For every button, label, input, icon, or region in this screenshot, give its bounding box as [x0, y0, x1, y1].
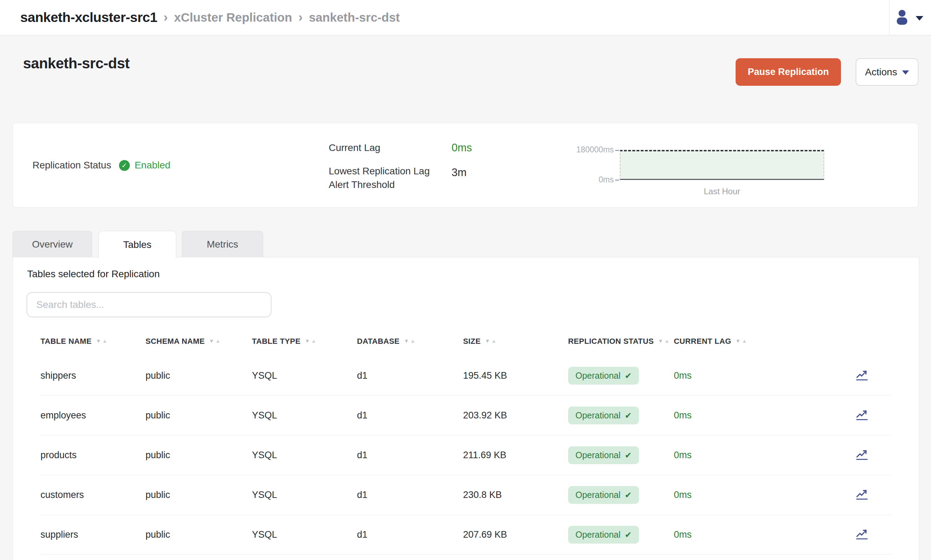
check-circle-icon: ✓	[119, 160, 130, 171]
replication-status-card: Replication Status ✓ Enabled Current Lag…	[12, 123, 919, 208]
status-badge-label: Operational	[575, 530, 620, 540]
column-header-replication-status[interactable]: REPLICATION STATUS ▼▲	[568, 337, 674, 346]
replication-status-value: Enabled	[135, 160, 171, 171]
status-badge: Operational ✔	[568, 367, 639, 385]
status-badge: Operational ✔	[568, 486, 639, 504]
lag-threshold-value: 3m	[452, 166, 467, 179]
column-header-label: REPLICATION STATUS	[568, 337, 654, 346]
cell-size: 211.69 KB	[463, 450, 568, 461]
check-icon: ✔	[624, 490, 632, 500]
column-header-schema-name[interactable]: SCHEMA NAME ▼▲	[145, 337, 252, 346]
column-header-label: TABLE TYPE	[252, 337, 301, 346]
tables-panel: Tables selected for Replication TABLE NA…	[12, 257, 919, 560]
column-header-label: SCHEMA NAME	[145, 337, 205, 346]
column-header-table-name[interactable]: TABLE NAME ▼▲	[40, 337, 145, 346]
column-header-label: CURRENT LAG	[674, 337, 731, 346]
cell-schema-name: public	[145, 489, 252, 500]
column-header-size[interactable]: SIZE ▼▲	[463, 337, 568, 346]
trend-chart-icon	[855, 408, 869, 422]
cell-database: d1	[357, 489, 463, 500]
trend-chart-icon	[855, 488, 869, 501]
column-header-label: DATABASE	[357, 337, 399, 346]
sort-icon: ▼▲	[96, 338, 108, 343]
replication-tables-table: TABLE NAME ▼▲ SCHEMA NAME ▼▲ TABLE TYPE …	[40, 326, 891, 555]
status-badge-label: Operational	[575, 490, 620, 500]
cell-database: d1	[357, 450, 463, 461]
cell-table-name: shippers	[40, 370, 145, 381]
lag-chart-button[interactable]	[854, 407, 870, 423]
sort-icon: ▼▲	[305, 338, 316, 343]
sort-icon: ▼▲	[404, 338, 416, 343]
breadcrumb-separator: ›	[163, 10, 168, 25]
cell-size: 207.69 KB	[463, 529, 568, 540]
cell-schema-name: public	[145, 529, 252, 540]
breadcrumb-section-link[interactable]: xCluster Replication	[174, 11, 292, 25]
tab-metrics[interactable]: Metrics	[182, 231, 263, 257]
check-icon: ✔	[624, 371, 632, 381]
trend-chart-icon	[855, 369, 869, 382]
breadcrumb: sanketh-xcluster-src1 › xCluster Replica…	[20, 0, 400, 35]
table-row: suppliers public YSQL d1 207.69 KB Opera…	[40, 515, 891, 555]
status-badge-label: Operational	[575, 371, 620, 381]
lag-chart-ymax-label: 180000ms	[576, 145, 614, 154]
breadcrumb-separator: ›	[298, 10, 302, 25]
column-header-label: SIZE	[463, 337, 481, 346]
lag-chart-button[interactable]	[854, 526, 870, 542]
table-row: customers public YSQL d1 230.8 KB Operat…	[40, 475, 891, 515]
cell-table-name: products	[40, 450, 145, 461]
cell-actions	[854, 486, 891, 503]
cell-table-type: YSQL	[252, 370, 357, 381]
check-icon: ✔	[624, 451, 632, 460]
user-icon	[894, 9, 910, 26]
search-tables-input[interactable]	[26, 292, 271, 317]
breadcrumb-cluster-link[interactable]: sanketh-xcluster-src1	[20, 10, 157, 25]
tab-overview[interactable]: Overview	[12, 231, 92, 257]
cell-current-lag: 0ms	[674, 370, 854, 381]
cell-schema-name: public	[145, 450, 252, 461]
lag-chart-tick	[615, 180, 619, 181]
lag-chart-button[interactable]	[854, 486, 870, 503]
replication-status-label: Replication Status	[32, 160, 111, 171]
lag-threshold-label-line2: Alert Threshold	[329, 179, 395, 191]
cell-current-lag: 0ms	[674, 410, 854, 421]
tables-panel-heading: Tables selected for Replication	[27, 269, 160, 280]
column-header-database[interactable]: DATABASE ▼▲	[357, 337, 463, 346]
actions-dropdown-button[interactable]: Actions	[855, 58, 919, 86]
lag-chart-button[interactable]	[854, 447, 870, 463]
status-badge: Operational ✔	[568, 526, 639, 544]
lag-chart-button[interactable]	[854, 367, 870, 383]
cell-database: d1	[357, 529, 463, 540]
cell-replication-status: Operational ✔	[568, 446, 674, 464]
cell-actions	[854, 526, 891, 543]
cell-replication-status: Operational ✔	[568, 486, 674, 504]
chevron-down-icon	[902, 71, 909, 75]
cell-schema-name: public	[145, 370, 252, 381]
tab-tables[interactable]: Tables	[99, 231, 176, 258]
status-badge: Operational ✔	[568, 406, 639, 425]
cell-database: d1	[357, 410, 463, 421]
cell-replication-status: Operational ✔	[568, 526, 674, 544]
column-header-label: TABLE NAME	[40, 337, 92, 346]
cell-current-lag: 0ms	[674, 489, 854, 500]
table-row: employees public YSQL d1 203.92 KB Opera…	[40, 396, 891, 435]
trend-chart-icon	[855, 448, 869, 461]
user-menu[interactable]	[891, 0, 927, 35]
sort-icon: ▼▲	[485, 338, 497, 343]
column-header-table-type[interactable]: TABLE TYPE ▼▲	[252, 337, 357, 346]
lag-mini-chart	[620, 150, 824, 180]
column-header-current-lag[interactable]: CURRENT LAG ▼▲	[674, 337, 854, 346]
current-lag-label: Current Lag	[329, 142, 380, 154]
status-badge-label: Operational	[575, 411, 620, 420]
cell-current-lag: 0ms	[674, 450, 854, 461]
cell-table-name: suppliers	[40, 529, 145, 540]
cell-size: 203.92 KB	[463, 410, 568, 421]
pause-replication-button[interactable]: Pause Replication	[735, 58, 841, 86]
top-navigation-bar: sanketh-xcluster-src1 › xCluster Replica…	[0, 0, 931, 35]
status-badge-label: Operational	[575, 450, 620, 460]
check-icon: ✔	[624, 530, 632, 540]
cell-database: d1	[357, 370, 463, 381]
table-row: shippers public YSQL d1 195.45 KB Operat…	[40, 356, 891, 396]
check-icon: ✔	[624, 411, 632, 420]
breadcrumb-current-page: sanketh-src-dst	[309, 11, 400, 25]
lag-threshold-label-line1: Lowest Replication Lag	[329, 166, 430, 177]
